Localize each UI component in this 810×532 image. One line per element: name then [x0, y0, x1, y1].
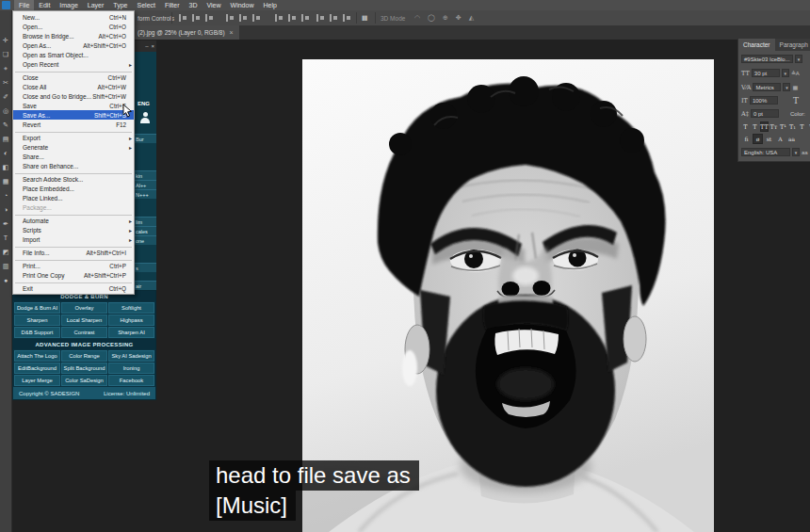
pen-tool-icon[interactable]: ✒ — [3, 217, 8, 231]
distribute-right-icon[interactable] — [343, 14, 350, 22]
panel-tab[interactable]: Paragraph — [775, 39, 810, 51]
language-badge[interactable]: ENG — [138, 101, 150, 106]
distribute-center-icon[interactable] — [330, 14, 337, 22]
distribute-spacing-icon[interactable]: ▮▮ — [362, 14, 367, 22]
text-style-button[interactable]: Tᴛ — [770, 121, 778, 132]
file-menu-item[interactable]: New... Ctrl+N — [13, 12, 134, 22]
file-menu-item[interactable]: Close All Alt+Ctrl+W — [13, 82, 134, 91]
menu-item[interactable]: Filter — [160, 0, 185, 10]
align-left-icon[interactable] — [179, 14, 186, 22]
panel-tab[interactable]: Character — [738, 39, 775, 51]
menu-item[interactable]: Layer — [83, 0, 109, 10]
menu-item[interactable]: View — [202, 0, 226, 10]
distribute-left-icon[interactable] — [316, 14, 324, 22]
gradient-tool-icon[interactable]: ▦ — [3, 174, 9, 188]
font-size-field[interactable]: 30 pt — [752, 69, 780, 77]
crop-tool-icon[interactable]: ✂ — [3, 75, 8, 89]
file-menu-item[interactable]: Open... Ctrl+O — [13, 22, 134, 31]
file-menu-item[interactable]: Close Ctrl+W — [13, 73, 134, 82]
panel-button[interactable]: Sky AI Sadesign — [108, 350, 154, 362]
panel-button[interactable]: Overlay — [61, 302, 107, 314]
menu-item[interactable]: Type — [108, 0, 132, 10]
distribute-top-icon[interactable] — [275, 14, 283, 22]
text-style-button[interactable]: TT — [760, 121, 769, 132]
kerning-field[interactable]: Metrics — [753, 83, 781, 91]
move-tool-icon[interactable]: ✛ — [3, 33, 8, 47]
file-menu-item[interactable]: Place Embedded... — [13, 184, 134, 193]
3d-mode-icon[interactable]: ◯ — [428, 14, 435, 22]
lasso-tool-icon[interactable]: ⌖ — [4, 61, 8, 75]
panel-button[interactable]: D&B Support — [14, 327, 60, 338]
file-menu-item[interactable]: Exit Ctrl+Q — [13, 283, 134, 293]
opentype-button[interactable]: ø — [753, 134, 763, 144]
close-icon[interactable]: × — [151, 43, 154, 49]
3d-mode-icon[interactable]: ⊕ — [443, 14, 448, 22]
panel-button[interactable]: Attach The Logo — [14, 350, 60, 362]
panel-button[interactable]: Layer Merge — [14, 375, 60, 386]
path-select-icon[interactable]: ◩ — [3, 245, 9, 259]
vertical-scale-field[interactable]: 100% — [750, 96, 778, 105]
shape-tool-icon[interactable]: ▥ — [3, 259, 9, 273]
truncated-button[interactable]: s — [135, 263, 156, 272]
file-menu-item[interactable]: Scripts — [13, 225, 134, 234]
align-center-h-icon[interactable] — [192, 14, 200, 22]
truncated-button[interactable]: Al++ — [135, 180, 156, 189]
truncated-button[interactable]: lim — [135, 217, 156, 226]
document-tab[interactable]: (2).jpg @ 25% (Layer 0, RGB/8) × — [132, 25, 239, 40]
distribute-bottom-icon[interactable] — [301, 14, 309, 22]
font-family-field[interactable]: #9Skte03 IceBlo... — [741, 55, 793, 63]
menu-item[interactable]: 3D — [185, 0, 202, 10]
language-select[interactable]: English: USA — [741, 148, 790, 156]
file-menu-item[interactable]: Automate — [13, 216, 134, 225]
align-bottom-icon[interactable] — [252, 14, 260, 22]
file-menu-item[interactable]: Import — [13, 234, 134, 244]
3d-mode-icon[interactable]: ◭ — [469, 14, 474, 22]
text-style-button[interactable]: T — [741, 121, 750, 132]
file-menu-item[interactable]: Search Adobe Stock... — [13, 174, 134, 184]
truncated-button[interactable]: N+++ — [135, 189, 156, 199]
chevron-down-icon[interactable]: ▾ — [783, 83, 790, 91]
history-brush-icon[interactable]: ◐ — [4, 146, 8, 160]
tab-close-icon[interactable]: × — [230, 29, 234, 36]
panel-button[interactable]: Highpass — [108, 314, 154, 326]
opentype-button[interactable]: st — [764, 134, 774, 144]
panel-button[interactable]: EditBackground — [14, 363, 60, 374]
panel-button[interactable]: Softlight — [108, 302, 154, 314]
text-style-button[interactable]: T¹ — [779, 121, 787, 132]
eraser-tool-icon[interactable]: ◧ — [3, 160, 9, 174]
menu-item[interactable]: Select — [133, 0, 160, 10]
panel-button[interactable]: Facebook — [108, 375, 154, 386]
file-menu-item[interactable]: Open As... Alt+Shift+Ctrl+O — [13, 40, 134, 50]
menu-item[interactable]: Window — [226, 0, 259, 10]
zoom-tool-icon[interactable]: ● — [4, 273, 8, 287]
truncated-button[interactable]: air — [135, 281, 156, 290]
truncated-button[interactable]: kin — [135, 170, 156, 180]
opentype-button[interactable]: A — [775, 134, 786, 144]
anti-alias-icon[interactable]: aa — [802, 150, 808, 155]
healing-tool-icon[interactable]: ◎ — [3, 104, 8, 118]
chevron-down-icon[interactable]: ▾ — [782, 69, 789, 77]
3d-mode-icon[interactable]: ✥ — [456, 14, 462, 22]
file-menu-item[interactable]: Browse in Bridge... Alt+Ctrl+O — [13, 31, 134, 40]
file-menu-item[interactable]: Close and Go to Bridge... Shift+Ctrl+W — [13, 91, 134, 101]
truncated-button[interactable]: cales — [135, 226, 156, 235]
opentype-button[interactable]: aa — [786, 134, 797, 144]
panel-button[interactable]: Sharpen — [14, 314, 60, 326]
marquee-tool-icon[interactable]: ❏ — [3, 47, 8, 61]
file-menu-item[interactable]: Place Linked... — [13, 193, 134, 202]
menu-item[interactable]: Image — [55, 0, 82, 10]
panel-button[interactable]: Contrast — [61, 327, 107, 338]
file-menu-item[interactable]: Generate — [13, 142, 134, 152]
eyedropper-tool-icon[interactable]: ✐ — [3, 89, 8, 104]
panel-button[interactable]: Color Range — [61, 350, 107, 362]
menu-item[interactable]: Edit — [34, 0, 55, 10]
file-menu-item[interactable]: Share on Behance... — [13, 161, 134, 170]
type-tool-icon[interactable]: T — [4, 231, 8, 245]
transform-controls-label[interactable]: form Controls — [138, 15, 174, 22]
menu-item[interactable]: Help — [258, 0, 281, 10]
panel-button[interactable]: Local Sharpen — [61, 314, 107, 326]
panel-button[interactable]: Ironing — [108, 363, 154, 374]
file-menu-item[interactable]: Package... — [13, 202, 134, 212]
brush-tool-icon[interactable]: ✎ — [3, 118, 8, 132]
file-menu-item[interactable]: Print... Ctrl+P — [13, 261, 134, 270]
